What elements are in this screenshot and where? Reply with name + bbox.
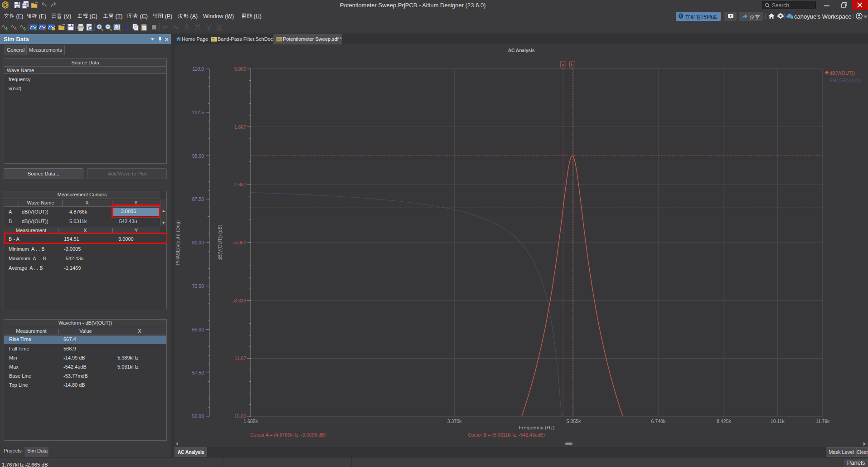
svg-text:87.50: 87.50 <box>192 196 204 202</box>
svg-text:-11.67: -11.67 <box>233 355 246 361</box>
svg-text:-8.333: -8.333 <box>233 298 246 303</box>
svg-text:11.79k: 11.79k <box>816 418 830 424</box>
svg-text:50.00: 50.00 <box>192 413 204 419</box>
svg-text:6.740k: 6.740k <box>651 418 666 424</box>
svg-text:PHASE(v(out)) (Deg): PHASE(v(out)) (Deg) <box>175 220 180 265</box>
svg-text:Cursor B = (5.0311kHz, -542.43: Cursor B = (5.0311kHz, -542.43udB) <box>468 432 545 438</box>
svg-text:-1.667: -1.667 <box>233 182 246 187</box>
svg-text:5.055k: 5.055k <box>567 418 581 424</box>
svg-text:10.11k: 10.11k <box>771 418 785 424</box>
svg-text:80.00: 80.00 <box>192 240 204 245</box>
svg-text:3.370k: 3.370k <box>447 418 462 424</box>
svg-text:1.685k: 1.685k <box>243 418 258 424</box>
svg-text:a: a <box>562 63 564 67</box>
svg-text:110.0: 110.0 <box>193 66 204 72</box>
svg-text:102.5: 102.5 <box>192 110 204 115</box>
svg-text:dB(V(OUT)): dB(V(OUT)) <box>829 70 855 76</box>
svg-text:8.425k: 8.425k <box>717 418 731 424</box>
svg-text:57.50: 57.50 <box>192 370 204 375</box>
svg-text:72.50: 72.50 <box>192 283 204 289</box>
svg-text:1.667: 1.667 <box>234 124 246 130</box>
svg-text:PHASE(v(out)): PHASE(v(out)) <box>829 78 861 83</box>
svg-text:5.000: 5.000 <box>234 66 246 72</box>
svg-text:-5.000: -5.000 <box>233 240 246 245</box>
svg-text:b: b <box>571 63 573 67</box>
svg-text:Frequency (Hz): Frequency (Hz) <box>519 425 554 430</box>
svg-text:Cursor A = (4.8766kHz, -3.0005: Cursor A = (4.8766kHz, -3.0005 dB) <box>250 432 326 438</box>
svg-text:65.00: 65.00 <box>192 327 204 332</box>
svg-text:AC Analysis: AC Analysis <box>508 48 535 53</box>
svg-text:95.00: 95.00 <box>192 153 204 159</box>
svg-text:dB(V(OUT)) (dB): dB(V(OUT)) (dB) <box>217 225 223 261</box>
